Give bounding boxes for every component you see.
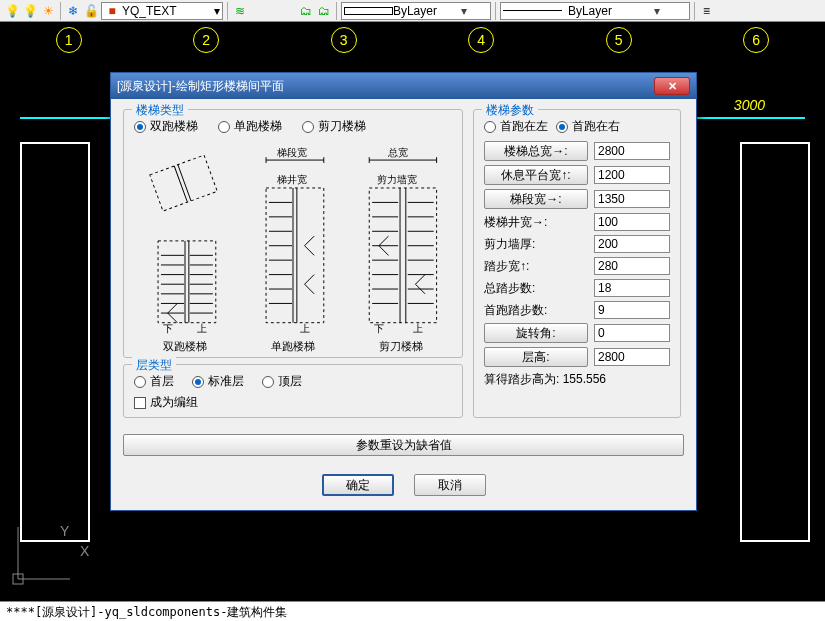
layer-name-input[interactable] (122, 4, 212, 18)
radio-first-run-left[interactable]: 首跑在左 (484, 118, 548, 135)
diagram-double: 下上 双跑楼梯 (134, 141, 236, 351)
svg-rect-3 (150, 155, 217, 211)
dimension-text: 3000 (734, 97, 765, 113)
param-label: 楼梯井宽→: (484, 214, 588, 231)
wall-rect (740, 142, 810, 542)
svg-text:剪力墙宽: 剪力墙宽 (377, 174, 417, 185)
param-input[interactable] (594, 142, 670, 160)
grid-bubble: 5 (606, 27, 632, 53)
chevron-down-icon[interactable]: ▾ (627, 4, 686, 18)
svg-text:总宽: 总宽 (387, 147, 408, 158)
diagram-scissor: 总宽 剪力墙宽 下上 剪刀楼梯 (350, 141, 452, 351)
svg-rect-29 (266, 188, 324, 323)
square-icon: ■ (104, 3, 120, 19)
reset-defaults-button[interactable]: 参数重设为缺省值 (123, 434, 684, 456)
svg-rect-47 (369, 188, 436, 323)
radio-scissor-stair[interactable]: 剪刀楼梯 (302, 118, 366, 135)
bulb-icon[interactable]: 💡 (22, 3, 38, 19)
svg-text:梯井宽: 梯井宽 (276, 174, 307, 185)
stair-dialog: [源泉设计]-绘制矩形楼梯间平面 ✕ 楼梯类型 双跑楼梯 单跑楼梯 剪刀楼梯 (110, 72, 697, 511)
stair-params-group: 楼梯参数 首跑在左 首跑在右 楼梯总宽→:休息平台宽↑:梯段宽→:楼梯井宽→:剪… (473, 109, 681, 418)
svg-text:下: 下 (163, 323, 173, 334)
grid-bubble: 4 (468, 27, 494, 53)
radio-top-floor[interactable]: 顶层 (262, 373, 302, 390)
sun-icon[interactable]: ☀ (40, 3, 56, 19)
combo-label: ByLayer (393, 4, 440, 18)
axis-x-label: X (80, 543, 89, 559)
chevron-down-icon[interactable]: ▾ (440, 4, 487, 18)
svg-text:下: 下 (374, 323, 384, 334)
dialog-titlebar[interactable]: [源泉设计]-绘制矩形楼梯间平面 ✕ (111, 73, 696, 99)
ucs-icon (10, 519, 80, 589)
radio-first-run-right[interactable]: 首跑在右 (556, 118, 620, 135)
lock-icon[interactable]: 🔓 (83, 3, 99, 19)
svg-text:上: 上 (300, 323, 310, 334)
dialog-title: [源泉设计]-绘制矩形楼梯间平面 (117, 78, 654, 95)
param-input[interactable] (594, 213, 670, 231)
radio-single-stair[interactable]: 单跑楼梯 (218, 118, 282, 135)
wall-rect (20, 142, 90, 542)
group-legend: 楼梯参数 (482, 102, 538, 119)
close-button[interactable]: ✕ (654, 77, 690, 95)
ok-button[interactable]: 确定 (322, 474, 394, 496)
grid-bubble: 2 (193, 27, 219, 53)
line-sample (503, 10, 562, 11)
color-swatch (344, 7, 393, 15)
color-combo[interactable]: ByLayer ▾ (341, 2, 491, 20)
layer-type-group: 层类型 首层 标准层 顶层 成为编组 (123, 364, 463, 418)
param-label: 总踏步数: (484, 280, 588, 297)
param-label: 剪力墙厚: (484, 236, 588, 253)
axis-y-label: Y (60, 523, 69, 539)
param-input[interactable] (594, 348, 670, 366)
stair-type-group: 楼梯类型 双跑楼梯 单跑楼梯 剪刀楼梯 (123, 109, 463, 358)
grid-bubble: 3 (331, 27, 357, 53)
group-legend: 层类型 (132, 357, 176, 374)
param-input[interactable] (594, 324, 670, 342)
param-input[interactable] (594, 257, 670, 275)
radio-double-stair[interactable]: 双跑楼梯 (134, 118, 198, 135)
command-line[interactable]: ****[源泉设计]-yq_sldcomponents-建筑构件集 (0, 601, 825, 621)
param-label: 首跑踏步数: (484, 302, 588, 319)
param-button[interactable]: 层高: (484, 347, 588, 367)
cancel-button[interactable]: 取消 (414, 474, 486, 496)
radio-first-floor[interactable]: 首层 (134, 373, 174, 390)
group-legend: 楼梯类型 (132, 102, 188, 119)
top-toolbar: 💡 💡 ☀ ❄ 🔓 ■ ▾ ≋ 🗂 🗂 ByLayer ▾ ByLayer ▾ … (0, 0, 825, 22)
param-button[interactable]: 梯段宽→: (484, 189, 588, 209)
param-button[interactable]: 旋转角: (484, 323, 588, 343)
param-button[interactable]: 休息平台宽↑: (484, 165, 588, 185)
tool-icon[interactable]: 🗂 (298, 3, 314, 19)
bulb-icon[interactable]: 💡 (4, 3, 20, 19)
layer-select[interactable]: ■ ▾ (101, 2, 223, 20)
svg-rect-6 (158, 241, 216, 323)
param-input[interactable] (594, 301, 670, 319)
svg-text:梯段宽: 梯段宽 (276, 147, 307, 158)
layer-state-icon[interactable]: ≋ (232, 3, 248, 19)
svg-text:上: 上 (197, 323, 207, 334)
param-input[interactable] (594, 190, 670, 208)
diagram-caption: 单跑楼梯 (242, 339, 344, 354)
freeze-icon[interactable]: ❄ (65, 3, 81, 19)
param-input[interactable] (594, 166, 670, 184)
calc-result: 算得踏步高为: 155.556 (484, 371, 670, 388)
checkbox-group[interactable]: 成为编组 (134, 394, 452, 411)
diagram-single: 梯段宽 梯井宽 上 单跑楼梯 (242, 141, 344, 351)
combo-label: ByLayer (568, 4, 627, 18)
grid-bubble: 1 (56, 27, 82, 53)
diagram-caption: 双跑楼梯 (134, 339, 236, 354)
lineweight-icon[interactable]: ≡ (699, 3, 715, 19)
param-input[interactable] (594, 279, 670, 297)
chevron-down-icon[interactable]: ▾ (214, 4, 220, 18)
grid-bubbles: 1 2 3 4 5 6 (0, 27, 825, 67)
radio-standard-floor[interactable]: 标准层 (192, 373, 244, 390)
grid-bubble: 6 (743, 27, 769, 53)
param-label: 踏步宽↑: (484, 258, 588, 275)
param-button[interactable]: 楼梯总宽→: (484, 141, 588, 161)
svg-text:上: 上 (413, 323, 423, 334)
tool-icon[interactable]: 🗂 (316, 3, 332, 19)
linetype-combo[interactable]: ByLayer ▾ (500, 2, 690, 20)
diagram-caption: 剪刀楼梯 (350, 339, 452, 354)
param-input[interactable] (594, 235, 670, 253)
